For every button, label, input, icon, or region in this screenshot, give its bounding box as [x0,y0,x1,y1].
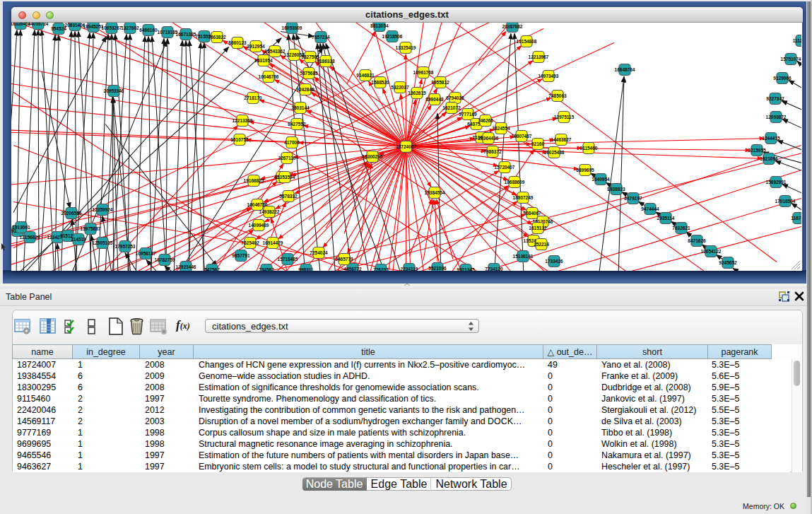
svg-text:18807249: 18807249 [513,195,534,200]
svg-text:18300295: 18300295 [363,154,383,159]
svg-text:8813054: 8813054 [370,23,389,28]
svg-text:15136141: 15136141 [513,254,534,259]
svg-text:10154808: 10154808 [517,39,537,44]
svg-text:6899695: 6899695 [576,168,594,173]
svg-text:10025438: 10025438 [544,150,565,155]
svg-text:9242848: 9242848 [296,87,314,92]
svg-text:20691406: 20691406 [65,23,86,28]
svg-text:9831954: 9831954 [254,58,273,63]
svg-text:5322037: 5322037 [391,85,409,90]
svg-text:9955812: 9955812 [431,80,449,85]
svg-text:1610755: 1610755 [230,137,249,142]
svg-text:3267110: 3267110 [278,156,296,160]
svg-text:3624554: 3624554 [492,126,510,131]
svg-text:14463627: 14463627 [551,137,572,142]
svg-text:10807487: 10807487 [512,134,532,139]
svg-text:9465779: 9465779 [335,257,353,262]
svg-text:14099489: 14099489 [249,223,269,228]
svg-text:5875685: 5875685 [300,71,318,76]
svg-text:1733426: 1733426 [545,259,563,264]
svg-text:12923446: 12923446 [176,264,196,269]
svg-text:9777169: 9777169 [459,112,477,117]
svg-text:20206556: 20206556 [61,211,82,216]
svg-text:17016504: 17016504 [775,199,796,204]
svg-text:7632621: 7632621 [672,226,690,230]
svg-text:8990448: 8990448 [425,97,444,102]
svg-text:19166825: 19166825 [244,178,264,183]
svg-text:19384554: 19384554 [425,190,445,195]
svg-text:10653267: 10653267 [102,25,122,30]
svg-text:18945251: 18945251 [83,24,104,29]
svg-text:16543362: 16543362 [265,49,286,54]
svg-text:1112074: 1112074 [793,38,801,43]
svg-text:15716485: 15716485 [278,257,298,262]
svg-text:2234119: 2234119 [401,267,418,271]
svg-text:19218506: 19218506 [382,34,403,39]
svg-text:20953346: 20953346 [104,88,124,93]
svg-text:18724007: 18724007 [396,144,416,149]
svg-text:13325419: 13325419 [396,45,416,50]
svg-text:16914479: 16914479 [263,240,283,245]
svg-text:2718170: 2718170 [244,95,262,100]
svg-text:5678332: 5678332 [279,194,298,199]
svg-text:8427552: 8427552 [288,122,306,127]
svg-text:7485063: 7485063 [548,93,567,98]
svg-text:10958127: 10958127 [136,251,156,256]
svg-text:1588520: 1588520 [371,80,389,85]
svg-text:9129966: 9129966 [773,76,792,81]
svg-text:9657791: 9657791 [232,253,250,258]
svg-text:9115460: 9115460 [580,146,598,151]
svg-text:9146821: 9146821 [356,73,375,78]
svg-text:16053809: 16053809 [282,25,302,30]
svg-text:16671385: 16671385 [176,32,196,37]
svg-text:1621096: 1621096 [760,156,778,161]
svg-text:114519: 114519 [71,237,86,242]
svg-text:1362615: 1362615 [408,90,426,95]
svg-text:2803144: 2803144 [291,105,310,110]
svg-text:10973493: 10973493 [539,74,559,78]
svg-text:3215955: 3215955 [748,148,766,153]
svg-text:998311: 998311 [298,267,314,271]
svg-text:547567: 547567 [204,267,220,271]
svg-text:7986372: 7986372 [483,149,502,154]
svg-text:734567: 734567 [259,267,274,271]
svg-text:12975115: 12975115 [554,115,575,119]
svg-text:12156829: 12156829 [20,235,40,240]
svg-text:1913061: 1913061 [12,225,30,230]
svg-text:7857234: 7857234 [312,35,330,40]
svg-text:6794028: 6794028 [446,95,464,100]
svg-text:15692991: 15692991 [766,180,787,185]
svg-text:62160: 62160 [531,141,544,146]
svg-text:8186328: 8186328 [317,59,335,64]
svg-text:1615132: 1615132 [529,226,547,230]
svg-text:12359924: 12359924 [93,207,113,212]
svg-text:1640954: 1640954 [592,177,610,182]
svg-text:1244415: 1244415 [762,136,780,141]
svg-text:9245652: 9245652 [719,260,737,265]
svg-text:9227342: 9227342 [766,96,784,101]
svg-text:9474444: 9474444 [641,206,659,211]
svg-text:20364436: 20364436 [478,136,499,141]
svg-text:7625402: 7625402 [241,240,259,245]
svg-text:6479197: 6479197 [624,196,642,201]
svg-text:4456772: 4456772 [343,267,362,271]
svg-text:12213967: 12213967 [529,54,549,59]
svg-text:3912954: 3912954 [247,44,265,49]
svg-text:746266: 746266 [478,118,493,123]
svg-text:8938923: 8938923 [607,187,625,192]
svg-text:776231: 776231 [373,267,389,271]
svg-text:11353594: 11353594 [275,175,295,180]
svg-text:1327602: 1327602 [121,25,139,30]
svg-text:252214: 252214 [534,242,549,247]
svg-text:14055724: 14055724 [28,23,49,26]
svg-text:10782759: 10782759 [155,257,175,262]
svg-text:10046786: 10046786 [259,74,279,79]
svg-text:7663822: 7663822 [208,35,226,40]
svg-text:14938222: 14938222 [259,209,280,214]
svg-text:116753: 116753 [791,216,801,221]
svg-text:1621072: 1621072 [442,105,461,110]
svg-text:417006: 417006 [284,140,300,145]
svg-text:16848784: 16848784 [615,67,635,72]
svg-text:20387682: 20387682 [502,24,523,29]
svg-text:10688609: 10688609 [505,180,525,185]
